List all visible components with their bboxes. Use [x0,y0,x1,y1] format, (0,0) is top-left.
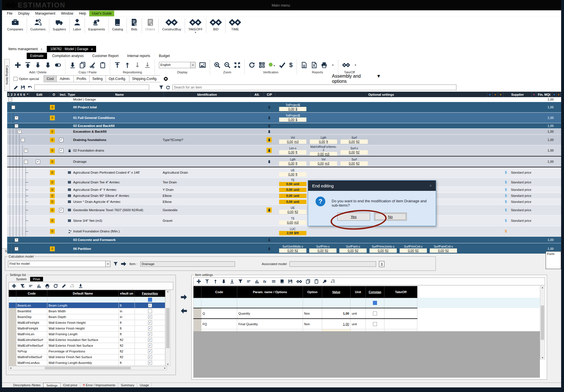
tool-printer-icon[interactable] [45,284,50,288]
grid-row[interactable]: +0✓02 Foundation drainsLen-s0,00ftMatVol… [7,145,561,156]
ribbon-check-icon[interactable] [279,62,285,68]
grid-row[interactable]: 0Agricultural Drain 4" Y ArmtecY Drain0,… [7,187,561,193]
search-input[interactable] [172,85,456,90]
toolbar-equipments-button[interactable]: Equipments [85,17,108,34]
settings-list-row[interactable]: BeamDepBeam Depthin✓ [9,314,165,320]
grid-row[interactable]: 0Agricultural Drain 90° Elbow 4" ArmtecE… [7,193,561,199]
header-plus-icon[interactable]: + [532,92,536,97]
dollar-icon[interactable]: $ [289,62,293,68]
header-col-5[interactable]: 5 [20,92,23,97]
tool-arrowDownFat-icon[interactable] [221,279,226,284]
include-checkbox[interactable]: ✓ [59,138,63,142]
item-name[interactable]: Geotextile Membrane Texel 7607 (5600 ft2… [73,205,163,215]
settings-list-row[interactable]: BeamLenBeam Lengthft✓ [9,303,165,308]
grid-row[interactable]: 0Agricultural Drain Tee 4" ArmtecTee Dra… [7,178,561,187]
option-count-badge[interactable]: 0 [50,180,55,185]
ribbon-copy-icon[interactable] [79,62,86,68]
header-supplier[interactable]: Supplier [503,92,532,97]
item-identification[interactable]: Y Drain [163,187,250,193]
ribbon-calc-icon[interactable] [259,62,265,68]
tool-plusFat-icon[interactable] [197,279,201,284]
tool-upBar-icon[interactable] [205,279,209,284]
header-optional-settings[interactable]: Optional settings [275,92,487,97]
item-name[interactable]: 06 Partition [73,243,163,254]
option-count-badge[interactable]: 0 [50,187,55,192]
value-cell[interactable]: 0,00ft2 [341,150,368,154]
ribbon-doc-icon[interactable] [301,62,307,68]
favourite-checkbox[interactable] [148,309,152,313]
settings-list-row[interactable]: WallFrmLenWall Framing Lengthft✓ [9,331,165,337]
toolbar-bid-button[interactable]: BID [206,17,225,34]
include-checkbox[interactable]: ✓ [59,208,63,212]
item-setting-row[interactable]: QQuantityNon1,00unit [194,308,540,319]
viewtab-shippingconfig[interactable]: Shipping.Config. [129,75,160,82]
tool-funnel-icon[interactable] [238,279,243,284]
tree-expander-icon[interactable]: + [15,116,18,120]
item-name[interactable]: 02 Foundation drains [73,145,163,156]
grid-row[interactable]: +03 Concrete and Formwork1,00 [7,237,561,243]
refresh-icon[interactable] [166,85,170,90]
header-percent[interactable]: % [561,92,561,97]
item-setting-row[interactable]: FQFinal QuantityNon1,00unit [194,319,540,329]
ribbon-upBar-icon[interactable] [114,62,120,68]
item-identification[interactable] [163,243,250,254]
tool-minusEq-icon[interactable] [246,279,251,284]
favourite-checkbox[interactable]: ✓ [148,315,152,319]
option-count-badge[interactable]: 0 [50,170,55,175]
header-col-1[interactable]: 1 [7,92,10,97]
supplier-price-label[interactable]: Standard price [511,208,532,212]
grid-row[interactable]: +006 PartitionSurfJointWalls-s0,00ft2Sur… [7,243,561,254]
grid-row[interactable]: 0Union ° Drain Agricole 4" ArmtecElbow0,… [7,199,561,205]
dollar-icon[interactable]: $ [505,229,507,233]
settings-list-row[interactable]: BeamWidBeam Widthin [9,308,165,314]
header-plus-icon[interactable]: + [552,92,557,97]
tool-rename-icon[interactable]: ab [70,284,75,288]
ribbon-printer-icon[interactable] [321,62,327,68]
copy-down-arrow-icon[interactable] [267,160,271,164]
grid-row[interactable]: −000 Project totalTotProject$0,00$1,00 [7,102,561,113]
item-identification[interactable]: Agricultural Drain [163,167,250,178]
constant-checkbox[interactable] [373,311,377,315]
toolbar-labor-button[interactable]: Labor [70,17,85,34]
toolbar-customers-button[interactable]: Customers [27,17,49,34]
status-dot-icon[interactable]: ▼ [269,62,275,68]
grid-row[interactable]: 0Install Foundation Drains (ft/lin.)LUC2… [7,226,561,237]
associated-model-field[interactable] [289,261,376,267]
header-plus-icon[interactable]: + [557,92,561,97]
value-cell[interactable]: 0,00m3 [279,220,306,225]
viewtab-admin[interactable]: Admin. [57,75,73,82]
item-name[interactable]: Model | Garage [73,97,163,102]
apply-model-arrow-icon[interactable] [121,261,127,267]
supplier-price-label[interactable]: Standard price [511,181,532,184]
dollar-icon[interactable]: $ [505,188,507,192]
header-cp[interactable]: C/P [264,92,275,97]
item-identification[interactable]: Geotextile [163,205,250,215]
gear-icon[interactable] [163,76,168,81]
viewtab-profits[interactable]: Profits [73,75,89,82]
header-plus-icon[interactable]: + [487,92,493,97]
copy-down-arrow-icon[interactable] [267,238,271,242]
item-name[interactable]: 03 Concrete and Formwork [73,237,163,243]
item-identification[interactable] [163,113,250,123]
ribbon-image-icon[interactable] [199,62,206,68]
dollar-icon[interactable]: $ [505,219,507,223]
value-cell[interactable]: 0,00ft2 [279,248,306,253]
copy-down-arrow-icon[interactable] [267,207,272,213]
item-identification[interactable] [163,226,250,236]
item-identification[interactable] [163,123,250,128]
tree-expander-icon[interactable]: + [15,238,18,242]
edit-pencil-icon[interactable] [13,85,18,90]
value-cell[interactable]: 0,00ft2 [341,161,368,166]
bottom-tab-usage[interactable]: Usage [137,383,152,387]
ribbon-excel-icon[interactable]: X [311,62,317,68]
find-model-select[interactable]: Find for model▼ [8,261,110,267]
move-right-arrow-icon[interactable] [180,294,187,301]
value-cell[interactable]: 0,00ft2 [400,248,427,253]
value-cell[interactable]: 0,00$ [279,107,306,111]
dialog-close-icon[interactable]: × [429,183,432,188]
item-name[interactable]: Stone 3/4" Net (m3) [73,215,163,226]
grid-row[interactable]: −✓0DrainageLgth0,00ftVol0,00m3Surf0,00ft… [7,156,561,167]
toolbar-takeoff-button[interactable]: TAKEOFF▼ [185,17,206,34]
favourite-checkbox[interactable]: ✓ [148,338,152,342]
item-name[interactable]: Draining foundations [73,135,163,145]
